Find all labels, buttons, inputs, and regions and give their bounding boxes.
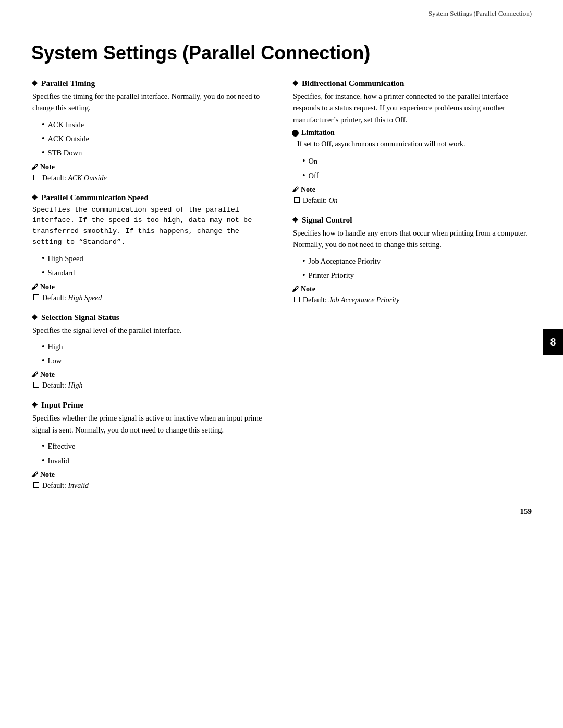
parallel-timing-body: Specifies the timing for the parallel in… bbox=[31, 91, 271, 114]
diamond-icon: ❖ bbox=[292, 216, 299, 225]
selection-signal-status-title: Selection Signal Status bbox=[41, 313, 119, 322]
left-column: ❖ Parallel Timing Specifies the timing f… bbox=[31, 79, 271, 500]
section-parallel-comm-speed: ❖ Parallel Communication Speed Specifies… bbox=[31, 193, 271, 303]
section-input-prime: ❖ Input Prime Specifies whether the prim… bbox=[31, 400, 271, 490]
note-icon: 🖌 bbox=[292, 186, 299, 194]
note-text: Default: ACK Outside bbox=[42, 172, 107, 183]
note-label: Note bbox=[40, 471, 55, 479]
list-item: Low bbox=[42, 353, 271, 367]
note-text: Default: High bbox=[42, 380, 82, 391]
input-prime-title: Input Prime bbox=[41, 400, 83, 410]
list-item: Standard bbox=[42, 265, 271, 279]
parallel-comm-speed-title: Parallel Communication Speed bbox=[41, 193, 149, 202]
list-item: High bbox=[42, 339, 271, 353]
tab-number: 8 bbox=[550, 335, 556, 349]
note-label: Note bbox=[40, 371, 55, 379]
selection-signal-status-note: 🖌 Note Default: High bbox=[31, 371, 271, 391]
parallel-timing-title: Parallel Timing bbox=[41, 79, 95, 88]
two-column-layout: ❖ Parallel Timing Specifies the timing f… bbox=[31, 79, 532, 500]
diamond-icon: ❖ bbox=[31, 401, 38, 410]
note-text: Default: Job Acceptance Priority bbox=[303, 294, 399, 305]
section-parallel-timing: ❖ Parallel Timing Specifies the timing f… bbox=[31, 79, 271, 183]
tab-marker: 8 bbox=[543, 329, 563, 355]
note-text: Default: Invalid bbox=[42, 480, 89, 491]
list-item: ACK Inside bbox=[42, 117, 271, 131]
list-item: Off bbox=[302, 168, 532, 182]
parallel-comm-speed-body: Specifies the communication speed of the… bbox=[31, 205, 271, 249]
limitation-label: Limitation bbox=[301, 129, 335, 137]
parallel-comm-speed-bullets: High Speed Standard bbox=[31, 251, 271, 279]
right-column: ❖ Bidirectional Communication Specifies,… bbox=[292, 79, 532, 500]
signal-control-body: Specifies how to handle any errors that … bbox=[292, 227, 532, 251]
page-number: 159 bbox=[520, 507, 532, 516]
header-text: System Settings (Parallel Connection) bbox=[429, 9, 532, 17]
selection-signal-status-body: Specifies the signal level of the parall… bbox=[31, 325, 271, 336]
section-title-signal-control: ❖ Signal Control bbox=[292, 215, 532, 225]
signal-control-title: Signal Control bbox=[302, 215, 352, 225]
diamond-icon: ❖ bbox=[31, 193, 38, 202]
list-item: High Speed bbox=[42, 251, 271, 265]
note-label: Note bbox=[301, 186, 315, 194]
input-prime-body: Specifies whether the prime signal is ac… bbox=[31, 412, 271, 436]
parallel-timing-bullets: ACK Inside ACK Outside STB Down bbox=[31, 117, 271, 160]
section-signal-control: ❖ Signal Control Specifies how to handle… bbox=[292, 215, 532, 305]
bidirectional-communication-note: 🖌 Note Default: On bbox=[292, 186, 532, 206]
list-item: Printer Priority bbox=[302, 268, 532, 282]
list-item: ACK Outside bbox=[42, 131, 271, 145]
diamond-icon: ❖ bbox=[31, 313, 38, 322]
checkbox-icon bbox=[294, 297, 300, 302]
bidirectional-communication-bullets: On Off bbox=[292, 154, 532, 182]
limitation-text: If set to Off, asynchronous communicatio… bbox=[297, 139, 465, 150]
note-text: Default: High Speed bbox=[42, 292, 102, 303]
bidirectional-communication-body: Specifies, for instance, how a printer c… bbox=[292, 91, 532, 126]
list-item: Job Acceptance Priority bbox=[302, 254, 532, 268]
bidirectional-communication-title: Bidirectional Communication bbox=[302, 79, 404, 88]
section-title-input-prime: ❖ Input Prime bbox=[31, 400, 271, 410]
checkbox-icon bbox=[33, 482, 39, 488]
note-label: Note bbox=[40, 163, 55, 171]
checkbox-icon bbox=[33, 382, 39, 388]
limitation-icon bbox=[292, 130, 299, 137]
list-item: STB Down bbox=[42, 145, 271, 159]
limitation-block: Limitation If set to Off, asynchronous c… bbox=[292, 129, 532, 150]
note-label: Note bbox=[40, 283, 55, 291]
page-header: System Settings (Parallel Connection) bbox=[0, 0, 563, 21]
list-item: On bbox=[302, 154, 532, 168]
section-title-selection-signal-status: ❖ Selection Signal Status bbox=[31, 313, 271, 322]
section-bidirectional-communication: ❖ Bidirectional Communication Specifies,… bbox=[292, 79, 532, 206]
note-icon: 🖌 bbox=[31, 471, 38, 479]
checkbox-icon bbox=[33, 294, 39, 300]
section-title-bidirectional-communication: ❖ Bidirectional Communication bbox=[292, 79, 532, 88]
signal-control-bullets: Job Acceptance Priority Printer Priority bbox=[292, 254, 532, 282]
list-item: Effective bbox=[42, 439, 271, 453]
diamond-icon: ❖ bbox=[292, 79, 299, 88]
input-prime-bullets: Effective Invalid bbox=[31, 439, 271, 467]
selection-signal-status-bullets: High Low bbox=[31, 339, 271, 367]
page-title: System Settings (Parallel Connection) bbox=[31, 42, 532, 64]
note-text: Default: On bbox=[303, 195, 338, 206]
parallel-comm-speed-note: 🖌 Note Default: High Speed bbox=[31, 283, 271, 303]
note-icon: 🖌 bbox=[31, 163, 38, 171]
note-icon: 🖌 bbox=[31, 371, 38, 379]
checkbox-icon bbox=[294, 197, 300, 203]
parallel-timing-note: 🖌 Note Default: ACK Outside bbox=[31, 163, 271, 183]
checkbox-icon bbox=[33, 175, 39, 180]
list-item: Invalid bbox=[42, 453, 271, 467]
note-label: Note bbox=[301, 285, 315, 293]
section-selection-signal-status: ❖ Selection Signal Status Specifies the … bbox=[31, 313, 271, 391]
diamond-icon: ❖ bbox=[31, 79, 38, 88]
section-title-parallel-timing: ❖ Parallel Timing bbox=[31, 79, 271, 88]
signal-control-note: 🖌 Note Default: Job Acceptance Priority bbox=[292, 285, 532, 305]
note-icon: 🖌 bbox=[292, 285, 299, 293]
note-icon: 🖌 bbox=[31, 283, 38, 291]
section-title-parallel-comm-speed: ❖ Parallel Communication Speed bbox=[31, 193, 271, 202]
input-prime-note: 🖌 Note Default: Invalid bbox=[31, 471, 271, 491]
